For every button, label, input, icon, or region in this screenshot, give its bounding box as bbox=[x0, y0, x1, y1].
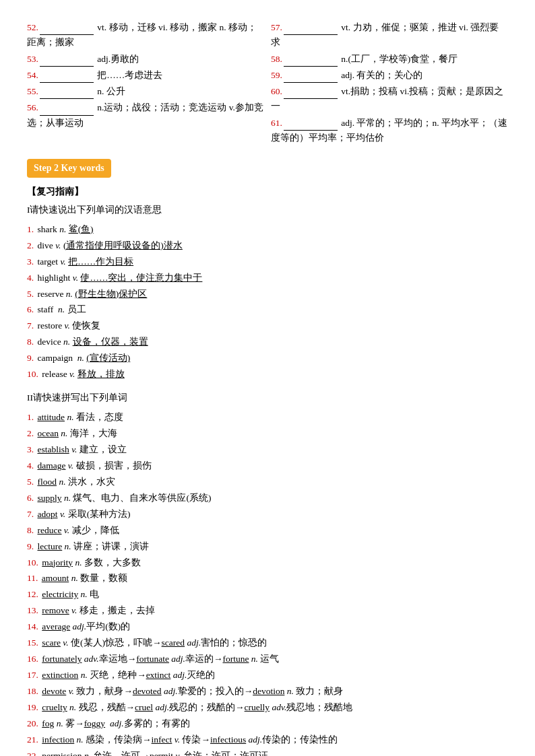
list-item: 20. fog n. 雾→foggy adj.多雾的；有雾的 bbox=[27, 716, 508, 732]
list-item: 5. flood n. 洪水，水灾 bbox=[27, 475, 508, 490]
list-item: 9. campaign n. (宣传活动) bbox=[27, 351, 508, 366]
right-column: 57. vt. 力劝，催促；驱策，推进 vi. 强烈要求 58. n.(工厂，学… bbox=[271, 20, 508, 147]
list-item: 10. majority n. 多数，大多数 bbox=[27, 555, 508, 571]
list-item: 5. reserve n. (野生生物)保护区 bbox=[27, 287, 508, 302]
entry-52: 52. vt. 移动，迁移 vi. 移动，搬家 n. 移动；距离；搬家 bbox=[27, 20, 264, 50]
entry-54: 54. 把……考虑进去 bbox=[27, 68, 264, 83]
section-title: 【复习指南】 bbox=[27, 184, 508, 200]
list-item: 17. extinction n. 灭绝，绝种→extinct adj.灭绝的 bbox=[27, 668, 508, 683]
entry-57: 57. vt. 力劝，催促；驱策，推进 vi. 强烈要求 bbox=[271, 20, 508, 50]
entry-58: 58. n.(工厂，学校等)食堂，餐厅 bbox=[271, 52, 508, 67]
entry-60: 60. vt.捐助；投稿 vi.投稿；贡献；是原因之一 bbox=[271, 84, 508, 114]
list-item: 1. shark n. 鲨(鱼) bbox=[27, 222, 508, 238]
word-list-2: 1. attitude n. 看法，态度 2. ocean n. 海洋，大海 3… bbox=[27, 410, 508, 756]
entry-59: 59. adj. 有关的；关心的 bbox=[271, 68, 508, 83]
entry-53: 53. adj.勇敢的 bbox=[27, 52, 264, 67]
list-item: 22. permission n. 允许，许可→permit v. 允许；许可；… bbox=[27, 749, 508, 756]
entry-55: 55. n. 公升 bbox=[27, 84, 264, 99]
instruction2: II请快速拼写出下列单词 bbox=[27, 390, 508, 406]
list-item: 16. fortunately adv.幸运地→fortunate adj.幸运… bbox=[27, 652, 508, 667]
list-item: 18. devote v. 致力，献身→devoted adj.挚爱的；投入的→… bbox=[27, 684, 508, 699]
list-item: 19. cruelty n. 残忍，残酷→cruel adj.残忍的；残酷的→c… bbox=[27, 700, 508, 716]
list-item: 7. restore v. 使恢复 bbox=[27, 318, 508, 334]
list-item: 2. dive v. (通常指使用呼吸设备的)潜水 bbox=[27, 238, 508, 254]
list-item: 2. ocean n. 海洋，大海 bbox=[27, 426, 508, 442]
list-item: 6. supply n. 煤气、电力、自来水等供应(系统) bbox=[27, 491, 508, 506]
list-item: 11. amount n. 数量，数额 bbox=[27, 571, 508, 586]
list-item: 1. attitude n. 看法，态度 bbox=[27, 410, 508, 425]
list-item: 7. adopt v. 采取(某种方法) bbox=[27, 507, 508, 522]
step2-section: Step 2 Key words 【复习指南】 I请快速说出下列单词的汉语意思 … bbox=[27, 159, 508, 756]
list-item: 6. staff n. 员工 bbox=[27, 302, 508, 318]
left-column: 52. vt. 移动，迁移 vi. 移动，搬家 n. 移动；距离；搬家 53. … bbox=[27, 20, 264, 147]
word-list-1: 1. shark n. 鲨(鱼) 2. dive v. (通常指使用呼吸设备的)… bbox=[27, 222, 508, 382]
list-item: 9. lecture n. 讲座；讲课，演讲 bbox=[27, 539, 508, 555]
entry-61: 61. adj. 平常的；平均的；n. 平均水平；（速度等的）平均率；平均估价 bbox=[271, 116, 508, 146]
instruction1: I请快速说出下列单词的汉语意思 bbox=[27, 203, 508, 218]
list-item: 3. target v. 把……作为目标 bbox=[27, 254, 508, 270]
step2-header: Step 2 Key words bbox=[27, 159, 111, 178]
list-item: 14. average adj.平均(数)的 bbox=[27, 619, 508, 635]
list-item: 10. release v. 释放，排放 bbox=[27, 367, 508, 382]
entry-56: 56. n.运动；战役；活动；竞选运动 v.参加竞选；从事运动 bbox=[27, 100, 264, 131]
list-item: 4. highlight v. 使……突出，使注意力集中于 bbox=[27, 271, 508, 286]
list-item: 8. reduce v. 减少，降低 bbox=[27, 523, 508, 539]
top-section: 52. vt. 移动，迁移 vi. 移动，搬家 n. 移动；距离；搬家 53. … bbox=[27, 20, 508, 147]
list-item: 3. establish v. 建立，设立 bbox=[27, 442, 508, 458]
list-item: 8. device n. 设备，仪器，装置 bbox=[27, 335, 508, 350]
list-item: 12. electricity n. 电 bbox=[27, 587, 508, 603]
list-item: 15. scare v. 使(某人)惊恐，吓唬→scared adj.害怕的；惊… bbox=[27, 635, 508, 651]
list-item: 21. infection n. 感染，传染病→infect v. 传染→inf… bbox=[27, 732, 508, 748]
list-item: 4. damage v. 破损，损害，损伤 bbox=[27, 458, 508, 474]
list-item: 13. remove v. 移走，搬走，去掉 bbox=[27, 603, 508, 619]
